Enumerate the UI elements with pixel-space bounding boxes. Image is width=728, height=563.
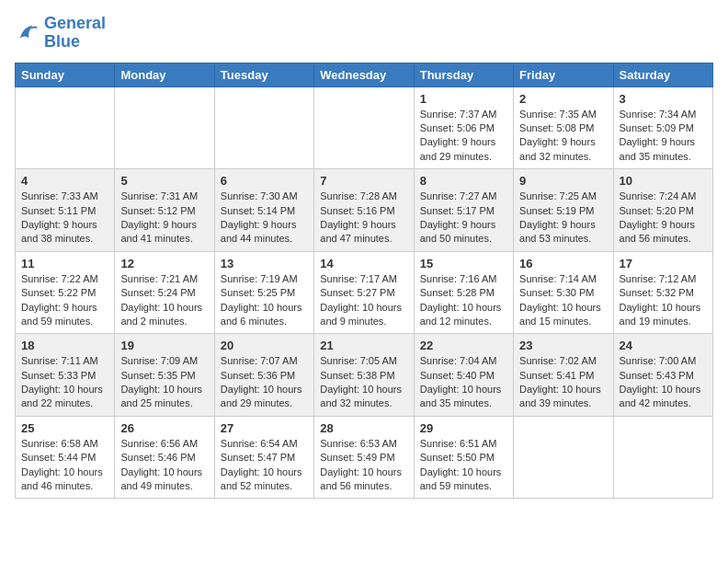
calendar-cell	[214, 86, 313, 169]
day-number: 28	[320, 421, 407, 435]
day-number: 22	[420, 339, 507, 352]
day-detail: Sunrise: 7:12 AMSunset: 5:32 PMDaylight:…	[620, 272, 707, 329]
calendar-cell: 25Sunrise: 6:58 AMSunset: 5:44 PMDayligh…	[16, 416, 115, 499]
column-header-monday: Monday	[115, 63, 214, 86]
day-detail: Sunrise: 7:31 AMSunset: 5:12 PMDaylight:…	[120, 190, 208, 247]
calendar-week-row: 25Sunrise: 6:58 AMSunset: 5:44 PMDayligh…	[16, 416, 713, 499]
calendar-cell: 6Sunrise: 7:30 AMSunset: 5:14 PMDaylight…	[214, 169, 313, 252]
calendar-cell: 4Sunrise: 7:33 AMSunset: 5:11 PMDaylight…	[16, 169, 115, 252]
calendar-cell: 27Sunrise: 6:54 AMSunset: 5:47 PMDayligh…	[214, 416, 313, 499]
calendar-cell: 8Sunrise: 7:27 AMSunset: 5:17 PMDaylight…	[414, 169, 513, 252]
day-detail: Sunrise: 7:33 AMSunset: 5:11 PMDaylight:…	[21, 190, 108, 247]
day-number: 10	[620, 174, 707, 188]
day-number: 4	[21, 174, 108, 188]
day-number: 6	[221, 174, 308, 188]
calendar-cell	[115, 86, 214, 169]
day-detail: Sunrise: 7:17 AMSunset: 5:27 PMDaylight:…	[320, 272, 407, 329]
calendar-cell: 15Sunrise: 7:16 AMSunset: 5:28 PMDayligh…	[414, 251, 513, 334]
column-header-tuesday: Tuesday	[214, 63, 313, 86]
calendar-cell: 16Sunrise: 7:14 AMSunset: 5:30 PMDayligh…	[514, 251, 613, 334]
day-detail: Sunrise: 7:14 AMSunset: 5:30 PMDaylight:…	[519, 272, 607, 329]
column-header-sunday: Sunday	[16, 63, 115, 86]
day-detail: Sunrise: 7:21 AMSunset: 5:24 PMDaylight:…	[120, 272, 208, 329]
calendar-cell: 7Sunrise: 7:28 AMSunset: 5:16 PMDaylight…	[314, 169, 414, 252]
calendar-cell: 12Sunrise: 7:21 AMSunset: 5:24 PMDayligh…	[115, 251, 214, 334]
calendar-cell: 2Sunrise: 7:35 AMSunset: 5:08 PMDaylight…	[514, 86, 613, 169]
calendar-header-row: SundayMondayTuesdayWednesdayThursdayFrid…	[16, 63, 713, 86]
day-number: 15	[420, 257, 507, 270]
calendar-cell: 26Sunrise: 6:56 AMSunset: 5:46 PMDayligh…	[115, 416, 214, 499]
calendar-table: SundayMondayTuesdayWednesdayThursdayFrid…	[15, 63, 713, 500]
day-detail: Sunrise: 7:37 AMSunset: 5:06 PMDaylight:…	[420, 108, 507, 165]
calendar-cell	[16, 86, 115, 169]
day-number: 27	[221, 421, 308, 435]
day-detail: Sunrise: 7:24 AMSunset: 5:20 PMDaylight:…	[620, 190, 707, 247]
day-detail: Sunrise: 6:54 AMSunset: 5:47 PMDaylight:…	[221, 437, 308, 494]
calendar-cell: 28Sunrise: 6:53 AMSunset: 5:49 PMDayligh…	[314, 416, 414, 499]
calendar-cell: 22Sunrise: 7:04 AMSunset: 5:40 PMDayligh…	[414, 334, 513, 417]
day-detail: Sunrise: 7:28 AMSunset: 5:16 PMDaylight:…	[320, 190, 407, 247]
calendar-cell: 20Sunrise: 7:07 AMSunset: 5:36 PMDayligh…	[214, 334, 313, 417]
calendar-week-row: 18Sunrise: 7:11 AMSunset: 5:33 PMDayligh…	[16, 334, 713, 417]
column-header-saturday: Saturday	[613, 63, 712, 86]
day-number: 26	[120, 421, 208, 435]
calendar-cell: 3Sunrise: 7:34 AMSunset: 5:09 PMDaylight…	[613, 86, 712, 169]
day-detail: Sunrise: 7:35 AMSunset: 5:08 PMDaylight:…	[519, 108, 607, 165]
column-header-wednesday: Wednesday	[314, 63, 414, 86]
day-number: 29	[420, 421, 507, 435]
calendar-cell: 14Sunrise: 7:17 AMSunset: 5:27 PMDayligh…	[314, 251, 414, 334]
calendar-week-row: 1Sunrise: 7:37 AMSunset: 5:06 PMDaylight…	[16, 86, 713, 169]
day-number: 18	[21, 339, 108, 352]
calendar-cell	[613, 416, 712, 499]
day-number: 3	[620, 92, 707, 106]
day-number: 17	[620, 257, 707, 270]
logo: General Blue	[15, 15, 106, 52]
day-number: 12	[120, 257, 208, 270]
day-detail: Sunrise: 7:25 AMSunset: 5:19 PMDaylight:…	[519, 190, 607, 247]
day-detail: Sunrise: 7:00 AMSunset: 5:43 PMDaylight:…	[620, 354, 707, 411]
calendar-cell	[314, 86, 414, 169]
day-detail: Sunrise: 7:07 AMSunset: 5:36 PMDaylight:…	[221, 354, 308, 411]
day-detail: Sunrise: 7:02 AMSunset: 5:41 PMDaylight:…	[519, 354, 607, 411]
day-number: 5	[120, 174, 208, 188]
calendar-cell: 13Sunrise: 7:19 AMSunset: 5:25 PMDayligh…	[214, 251, 313, 334]
calendar-cell: 1Sunrise: 7:37 AMSunset: 5:06 PMDaylight…	[414, 86, 513, 169]
day-number: 24	[620, 339, 707, 352]
day-detail: Sunrise: 7:16 AMSunset: 5:28 PMDaylight:…	[420, 272, 507, 329]
calendar-cell: 29Sunrise: 6:51 AMSunset: 5:50 PMDayligh…	[414, 416, 513, 499]
day-number: 11	[21, 257, 108, 270]
day-number: 19	[120, 339, 208, 352]
day-detail: Sunrise: 7:05 AMSunset: 5:38 PMDaylight:…	[320, 354, 407, 411]
day-number: 13	[221, 257, 308, 270]
calendar-cell: 18Sunrise: 7:11 AMSunset: 5:33 PMDayligh…	[16, 334, 115, 417]
calendar-cell: 21Sunrise: 7:05 AMSunset: 5:38 PMDayligh…	[314, 334, 414, 417]
day-detail: Sunrise: 7:09 AMSunset: 5:35 PMDaylight:…	[120, 354, 208, 411]
day-detail: Sunrise: 7:19 AMSunset: 5:25 PMDaylight:…	[221, 272, 308, 329]
calendar-cell: 10Sunrise: 7:24 AMSunset: 5:20 PMDayligh…	[613, 169, 712, 252]
day-detail: Sunrise: 6:58 AMSunset: 5:44 PMDaylight:…	[21, 437, 108, 494]
day-detail: Sunrise: 7:34 AMSunset: 5:09 PMDaylight:…	[620, 108, 707, 165]
day-detail: Sunrise: 6:51 AMSunset: 5:50 PMDaylight:…	[420, 437, 507, 494]
day-number: 2	[519, 92, 607, 106]
calendar-cell: 9Sunrise: 7:25 AMSunset: 5:19 PMDaylight…	[514, 169, 613, 252]
calendar-week-row: 4Sunrise: 7:33 AMSunset: 5:11 PMDaylight…	[16, 169, 713, 252]
day-detail: Sunrise: 7:30 AMSunset: 5:14 PMDaylight:…	[221, 190, 308, 247]
calendar-cell	[514, 416, 613, 499]
day-detail: Sunrise: 6:53 AMSunset: 5:49 PMDaylight:…	[320, 437, 407, 494]
calendar-cell: 11Sunrise: 7:22 AMSunset: 5:22 PMDayligh…	[16, 251, 115, 334]
day-number: 1	[420, 92, 507, 106]
column-header-friday: Friday	[514, 63, 613, 86]
calendar-cell: 17Sunrise: 7:12 AMSunset: 5:32 PMDayligh…	[613, 251, 712, 334]
calendar-cell: 5Sunrise: 7:31 AMSunset: 5:12 PMDaylight…	[115, 169, 214, 252]
calendar-cell: 19Sunrise: 7:09 AMSunset: 5:35 PMDayligh…	[115, 334, 214, 417]
day-number: 21	[320, 339, 407, 352]
day-detail: Sunrise: 7:22 AMSunset: 5:22 PMDaylight:…	[21, 272, 108, 329]
day-number: 14	[320, 257, 407, 270]
calendar-week-row: 11Sunrise: 7:22 AMSunset: 5:22 PMDayligh…	[16, 251, 713, 334]
calendar-cell: 23Sunrise: 7:02 AMSunset: 5:41 PMDayligh…	[514, 334, 613, 417]
day-number: 9	[519, 174, 607, 188]
day-number: 25	[21, 421, 108, 435]
day-number: 8	[420, 174, 507, 188]
page-header: General Blue	[15, 15, 713, 52]
logo-icon	[15, 20, 40, 46]
